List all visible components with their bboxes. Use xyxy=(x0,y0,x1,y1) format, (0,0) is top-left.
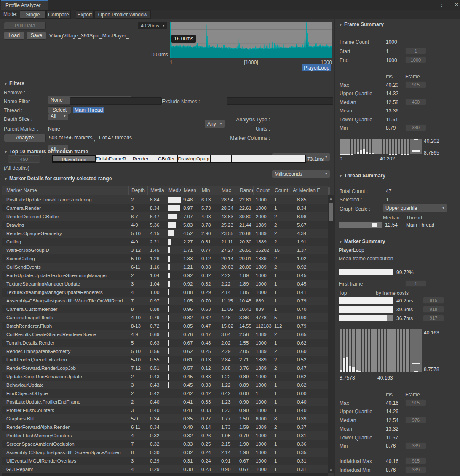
frame-jump-button[interactable]: 1 xyxy=(405,48,426,54)
table-row[interactable]: Culling4-92.212.270.8121.1120.30188921.9… xyxy=(2,238,328,246)
frame-jump-button[interactable]: 976 xyxy=(405,417,426,423)
frame-summary-header[interactable]: ▼Frame Summary xyxy=(339,21,384,27)
thread-value[interactable]: Main Thread xyxy=(73,107,104,113)
top10-segment-FinishFrameR[interactable]: FinishFrameR xyxy=(96,155,126,162)
export-button[interactable]: Export xyxy=(76,10,94,19)
top10-segment-9[interactable] xyxy=(227,155,232,162)
median-frame-badge[interactable]: 450 xyxy=(8,155,40,163)
top10-segment-Opaqu[interactable]: Opaqu xyxy=(196,155,211,162)
marker-summary-histogram[interactable] xyxy=(340,329,409,372)
top10-segment-8[interactable] xyxy=(223,155,227,162)
column-header-3[interactable]: Media xyxy=(166,186,181,195)
frame-summary-histogram[interactable] xyxy=(340,139,409,154)
top10-segment-7[interactable] xyxy=(218,155,223,162)
table-row[interactable]: Camera.Render38.348.975.7328.3422.611000… xyxy=(2,204,328,212)
table-row[interactable]: Terrain.Details.Render50.630.670.482.021… xyxy=(2,339,328,347)
thread-range-graph[interactable] xyxy=(339,222,382,228)
table-row[interactable]: Render.TransparentGeometry5-100.560.620.… xyxy=(2,347,328,356)
frame-jump-button[interactable]: 915 xyxy=(405,399,426,406)
table-row[interactable]: CullSendEvents6-111.161.210.0320.0320.00… xyxy=(2,263,328,271)
graph-scale-dropdown[interactable]: Upper quartile▼ xyxy=(383,204,447,212)
column-header-2[interactable]: Media▼ xyxy=(147,186,166,195)
save-button[interactable]: Save xyxy=(27,32,46,40)
table-row[interactable]: Profiler.FlushCounters30.400.410.331.230… xyxy=(2,406,328,414)
marker-details-header[interactable]: ▼Marker Details for currently selected r… xyxy=(4,176,112,182)
table-row[interactable]: Update.ScriptRunBehaviourUpdate20.430.45… xyxy=(2,372,328,381)
units-dropdown[interactable]: Milliseconds▼ xyxy=(272,170,330,178)
table-row[interactable]: Assembly-CSharp-firstpass.dll!::ScreenSp… xyxy=(2,448,328,457)
mode-single-button[interactable]: Single xyxy=(20,10,46,19)
first-frame-button[interactable]: 1 xyxy=(405,280,426,287)
column-header-1[interactable]: Depth xyxy=(128,186,147,195)
scroll-up-icon[interactable]: ▲ xyxy=(328,197,334,201)
column-header-4[interactable]: Mean xyxy=(181,186,199,195)
table-row[interactable]: RenderForward.RenderLoopJob7-120.510.570… xyxy=(2,364,328,372)
frame-jump-button[interactable]: 450 xyxy=(405,99,426,105)
top10-header[interactable]: ▼Top 10 markers on median frame xyxy=(4,149,88,155)
table-row[interactable]: EarlyUpdate.UpdateTextureStreamingManage… xyxy=(2,271,328,280)
frame-jump-button[interactable]: 915 xyxy=(405,457,426,464)
table-row[interactable]: Drawing4-95.365.833.7825.2321.44188925.6… xyxy=(2,221,328,229)
frame-jump-button[interactable]: 339 xyxy=(405,442,426,449)
table-row[interactable]: WaitForJobGroupID3-121.451.710.7727.2726… xyxy=(2,246,328,254)
table-row[interactable]: TextureStreamingManager.UpdateRenderers4… xyxy=(2,288,328,297)
table-vertical-scrollbar[interactable]: ▲ ▼ xyxy=(328,195,334,473)
top10-segment-Render[interactable]: Render xyxy=(126,155,155,162)
frame-jump-button[interactable]: 339 xyxy=(405,124,426,131)
thread-select-button[interactable]: Select xyxy=(48,106,71,114)
frame-time-chart[interactable]: 16.00ms xyxy=(170,22,332,58)
table-row[interactable]: Render.OpaqueGeometry5-104.154.522.9023.… xyxy=(2,229,328,238)
close-icon[interactable]: ✕ xyxy=(455,2,459,8)
load-button[interactable]: Load xyxy=(4,32,24,40)
exclude-names-input[interactable] xyxy=(227,97,333,105)
marker-summary-header[interactable]: ▼Marker Summary xyxy=(339,238,385,244)
analyze-button[interactable]: Analyze xyxy=(4,134,46,142)
scroll-down-icon[interactable]: ▼ xyxy=(328,468,334,472)
open-profiler-window-button[interactable]: Open Profiler Window xyxy=(94,10,151,19)
tab-profile-analyzer[interactable]: Profile Analyzer xyxy=(1,0,48,10)
table-row[interactable]: UIEvents.IMGUIRenderOverlays30.290.310.2… xyxy=(2,457,328,465)
table-row[interactable]: SceneCulling5-101.261.330.1220.1420.0118… xyxy=(2,254,328,263)
column-header-5[interactable]: Min xyxy=(199,186,219,195)
thread-summary-header[interactable]: ▼Thread Summary xyxy=(339,173,385,179)
table-row[interactable]: BatchRenderer.Flush8-130.720.850.4715.02… xyxy=(2,322,328,330)
table-row[interactable]: TextureStreamingManager.Update31.040.920… xyxy=(2,280,328,288)
table-row[interactable]: FindObjectsOfType20.420.420.420.420.0011… xyxy=(2,389,328,398)
column-header-6[interactable]: Max xyxy=(219,186,237,195)
table-row[interactable]: GUI.Repaint40.290.300.230.900.67100010.3… xyxy=(2,465,328,473)
name-filter-input[interactable] xyxy=(70,97,162,105)
table-row[interactable]: Camera.CustomRender80.880.960.6311.0610.… xyxy=(2,305,328,313)
top10-segment-PlayerLoop[interactable]: PlayerLoop xyxy=(52,155,96,162)
table-row[interactable]: ScreenSpaceAmbientOcclusion70.320.330.25… xyxy=(2,440,328,448)
frame-jump-button[interactable]: 918 xyxy=(423,306,444,313)
table-row[interactable]: BehaviourUpdate30.430.450.331.220.891000… xyxy=(2,381,328,389)
column-header-8[interactable]: Count xyxy=(253,186,272,195)
table-row[interactable]: Camera.ImageEffects4-100.790.820.624.483… xyxy=(2,313,328,322)
table-row[interactable]: RenderForwardAlpha.Render6-110.340.400.1… xyxy=(2,423,328,431)
column-header-9[interactable]: Count Fra xyxy=(272,186,290,195)
kebab-menu-icon[interactable]: ⋮ xyxy=(439,2,444,8)
table-row[interactable]: PostLateUpdate.FinishFrameRendering28.84… xyxy=(2,195,328,204)
chart-selected-marker[interactable]: PlayerLoop xyxy=(302,64,331,71)
table-row[interactable]: PostLateUpdate.ProfilerEndFrame20.400.41… xyxy=(2,398,328,406)
frame-jump-button[interactable]: 339 xyxy=(405,466,426,473)
range-dropdown[interactable]: 40.20ms▼ xyxy=(138,22,167,29)
column-header-0[interactable]: Marker Name xyxy=(2,186,128,195)
table-horizontal-scrollbar[interactable] xyxy=(2,473,328,476)
frame-jump-button[interactable]: 1000 xyxy=(405,56,426,63)
column-header-7[interactable]: Range xyxy=(237,186,253,195)
top10-segment-GBuffer[interactable]: GBuffer xyxy=(155,155,178,162)
table-row[interactable]: CullResults.CreateSharedRendererScene4-9… xyxy=(2,330,328,339)
table-row[interactable]: Profiler.FlushMemoryCounters40.320.320.2… xyxy=(2,431,328,440)
top10-segment-Drawing[interactable]: Drawing xyxy=(178,155,196,162)
marker-summary-boxplot[interactable] xyxy=(410,329,422,372)
frame-summary-boxplot[interactable] xyxy=(410,139,422,154)
filters-header[interactable]: ▼Filters xyxy=(4,80,24,86)
top10-segment-6[interactable] xyxy=(211,155,218,162)
table-row[interactable]: Graphics.Blit5-90.340.350.271.771.508000… xyxy=(2,414,328,423)
table-row[interactable]: EndRenderQueueExtraction5-100.550.610.13… xyxy=(2,356,328,364)
table-row[interactable]: Assembly-CSharp-firstpass.dll!::WaterTil… xyxy=(2,297,328,305)
scrollbar-thumb[interactable] xyxy=(329,203,333,221)
frame-jump-button[interactable]: 917 xyxy=(423,315,444,321)
pull-data-button[interactable]: Pull Data xyxy=(4,22,46,30)
